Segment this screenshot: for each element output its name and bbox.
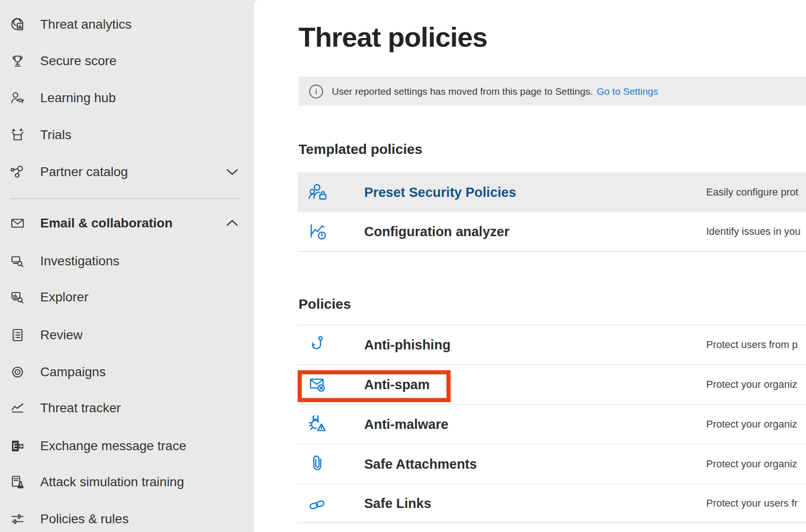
sidebar-item-label: Policies & rules — [40, 512, 128, 526]
safe-attachments-icon — [307, 453, 330, 475]
sidebar-item-partner-catalog[interactable]: Partner catalog — [0, 153, 254, 190]
trials-icon — [9, 127, 26, 143]
sidebar-item-label: Campaigns — [40, 365, 106, 379]
sidebar-nav: Threat analytics Secure score — [0, 0, 254, 532]
sidebar-item-label: Explorer — [40, 290, 88, 305]
row-title[interactable]: Anti-phishing — [364, 337, 451, 353]
campaigns-icon — [9, 364, 26, 380]
anti-spam-icon — [307, 373, 330, 396]
sidebar-item-threat-tracker[interactable]: Threat tracker — [0, 390, 254, 427]
sidebar-item-label: Secure score — [40, 54, 116, 68]
explorer-icon — [9, 289, 26, 306]
sidebar-item-label: Threat tracker — [40, 401, 121, 416]
anti-phishing-icon — [307, 334, 330, 356]
row-description: Protect your organiz — [706, 458, 797, 470]
sidebar-item-policies-rules[interactable]: Policies & rules — [0, 501, 254, 532]
section-title-templated-policies: Templated policies — [299, 141, 422, 157]
sidebar-item-threat-analytics[interactable]: Threat analytics — [0, 6, 254, 43]
row-safe-links[interactable]: Safe Links Protect your users fr — [298, 483, 806, 523]
defender-portal: Threat analytics Secure score — [0, 0, 806, 532]
sidebar-item-label: Learning hub — [40, 91, 116, 105]
sidebar-item-label: Attack simulation training — [40, 475, 184, 489]
row-anti-phishing[interactable]: Anti-phishing Protect users from p — [298, 324, 806, 364]
chevron-down-icon[interactable] — [226, 168, 238, 176]
threat-tracker-icon — [9, 400, 26, 416]
go-to-settings-link[interactable]: Go to Settings — [597, 86, 658, 97]
learning-hub-icon — [9, 90, 26, 106]
sidebar-item-label: Threat analytics — [40, 17, 132, 32]
sidebar-item-label: Investigations — [40, 254, 119, 269]
row-title[interactable]: Configuration analyzer — [364, 224, 509, 239]
configuration-analyzer-icon — [307, 220, 330, 243]
row-anti-spam[interactable]: Anti-spam Protect your organiz — [298, 364, 806, 404]
sidebar-item-review[interactable]: Review — [0, 317, 254, 354]
row-title[interactable]: Anti-spam — [364, 377, 430, 392]
preset-security-icon — [307, 181, 330, 203]
row-description: Identify issues in you — [706, 226, 800, 238]
anti-malware-icon — [307, 413, 330, 435]
investigations-icon — [9, 253, 26, 269]
row-description: Protect your organiz — [706, 379, 797, 391]
sidebar-item-learning-hub[interactable]: Learning hub — [0, 79, 254, 116]
row-description: Protect your organiz — [706, 418, 797, 430]
secure-score-icon — [9, 53, 26, 69]
sidebar-section-email-collaboration[interactable]: Email & collaboration — [0, 205, 254, 242]
sidebar-item-investigations[interactable]: Investigations — [0, 243, 254, 280]
row-description: Protect users from p — [706, 339, 798, 351]
policies-rules-icon — [9, 511, 26, 527]
sidebar-divider — [10, 198, 239, 199]
row-configuration-analyzer[interactable]: Configuration analyzer Identify issues i… — [298, 212, 806, 252]
attack-simulation-icon — [9, 474, 26, 490]
sidebar-item-campaigns[interactable]: Campaigns — [0, 354, 254, 391]
section-title-policies: Policies — [299, 296, 351, 312]
exchange-icon — [9, 438, 26, 454]
info-banner: i User reported settings has moved from … — [299, 77, 806, 106]
row-anti-malware[interactable]: Anti-malware Protect your organiz — [298, 404, 806, 444]
sidebar-item-label: Partner catalog — [40, 165, 128, 179]
sidebar-item-label: Exchange message trace — [40, 439, 186, 453]
row-preset-security-policies[interactable]: Preset Security Policies Easily configur… — [298, 172, 806, 212]
sidebar-item-label: Review — [40, 328, 83, 342]
review-icon — [9, 327, 26, 343]
partner-catalog-icon — [9, 164, 26, 180]
sidebar-item-exchange-message-trace[interactable]: Exchange message trace — [0, 428, 254, 465]
main-content: Threat policies i User reported settings… — [254, 0, 806, 532]
info-icon: i — [309, 85, 323, 98]
sidebar-item-explorer[interactable]: Explorer — [0, 279, 254, 316]
banner-message: User reported settings has moved from th… — [332, 86, 593, 97]
safe-links-icon — [307, 492, 330, 514]
row-title[interactable]: Safe Attachments — [364, 457, 477, 472]
row-title[interactable]: Anti-malware — [364, 417, 448, 432]
row-title[interactable]: Safe Links — [364, 496, 431, 511]
row-safe-attachments[interactable]: Safe Attachments Protect your organiz — [298, 444, 806, 483]
row-description: Protect your users fr — [706, 497, 798, 509]
sidebar-item-secure-score[interactable]: Secure score — [0, 43, 254, 79]
threat-analytics-icon — [9, 16, 26, 33]
email-icon — [9, 215, 26, 232]
chevron-up-icon[interactable] — [226, 220, 238, 227]
sidebar-section-label: Email & collaboration — [40, 216, 172, 231]
row-title[interactable]: Preset Security Policies — [364, 185, 516, 200]
row-description: Easily configure prot — [706, 186, 798, 198]
sidebar-item-attack-simulation-training[interactable]: Attack simulation training — [0, 464, 254, 501]
sidebar-item-trials[interactable]: Trials — [0, 116, 254, 153]
sidebar-item-label: Trials — [40, 128, 71, 142]
page-title: Threat policies — [299, 21, 487, 53]
